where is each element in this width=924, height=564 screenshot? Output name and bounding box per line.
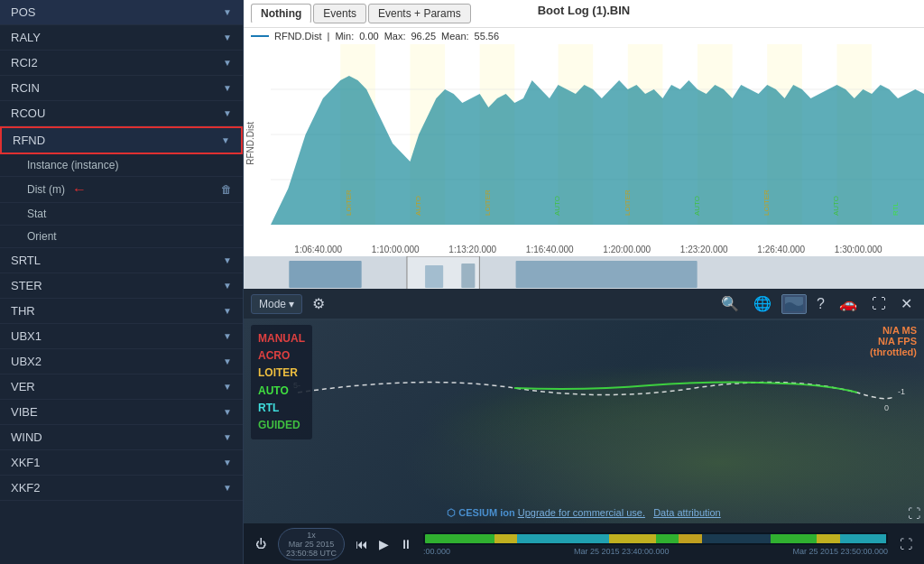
- rfnd-subitem-dist[interactable]: Dist (m) ← 🗑: [0, 177, 243, 203]
- svg-text:0: 0: [884, 403, 889, 412]
- map-background[interactable]: 5- -1 0: [244, 320, 924, 523]
- timeline-fullscreen-btn[interactable]: ⛶: [895, 534, 917, 554]
- sidebar-item-rci2[interactable]: RCI2 ▼: [0, 51, 243, 76]
- sidebar-item-raly[interactable]: RALY ▼: [0, 25, 243, 51]
- rfnd-subitem-orient[interactable]: Orient: [0, 226, 243, 248]
- svg-rect-28: [407, 256, 479, 289]
- map-thumbnail-btn[interactable]: [781, 294, 807, 314]
- chevron-down-icon: ▼: [223, 7, 232, 17]
- chevron-down-icon: ▼: [223, 58, 232, 68]
- chevron-down-icon: ▼: [223, 255, 232, 265]
- tab-group: Nothing Events Events + Params: [251, 4, 471, 23]
- tab-events-params[interactable]: Events + Params: [368, 4, 471, 23]
- help-btn[interactable]: ?: [812, 293, 829, 315]
- mode-rtl-label: RTL: [258, 400, 305, 417]
- sidebar-item-ubx1[interactable]: UBX1 ▼: [0, 324, 243, 349]
- svg-text:AUTO: AUTO: [693, 196, 701, 216]
- map-toolbar: Mode ▾ ⚙ 🔍 🌐 ? 🚗 ⛶ ✕: [244, 289, 924, 319]
- chevron-down-icon: ▼: [223, 83, 232, 93]
- sidebar-item-rfnd[interactable]: RFND ▼: [0, 126, 243, 154]
- cesium-logo: ⬡ CESIUM ion: [447, 507, 514, 518]
- svg-text:LOITER: LOITER: [484, 190, 492, 216]
- map-ms-stat: N/A MS: [870, 325, 917, 336]
- chart-time-axis: 1:06:40.000 1:10:00.000 1:13:20.000 1:16…: [244, 243, 924, 256]
- map-stats: N/A MS N/A FPS (throttled): [870, 325, 917, 357]
- sidebar-item-pos[interactable]: POS ▼: [0, 0, 243, 25]
- arrow-left-icon: ←: [72, 181, 87, 198]
- chart-title: Boot Log (1).BIN: [538, 4, 631, 17]
- chevron-down-icon: ▼: [223, 108, 232, 118]
- svg-text:LOITER: LOITER: [345, 190, 353, 216]
- legend-min-label: Min:: [335, 31, 354, 42]
- svg-text:RTL: RTL: [892, 201, 900, 216]
- mode-guided-label: GUIDED: [258, 417, 305, 434]
- chart-area: Boot Log (1).BIN Nothing Events Events +…: [244, 0, 924, 289]
- sidebar-item-ster[interactable]: STER ▼: [0, 273, 243, 299]
- chevron-down-icon: ▼: [223, 432, 232, 442]
- chevron-down-icon: ▼: [223, 407, 232, 417]
- mode-manual-label: MANUAL: [258, 330, 305, 347]
- play-btn[interactable]: ▶: [375, 535, 393, 553]
- sidebar-item-thr[interactable]: THR ▼: [0, 299, 243, 324]
- sidebar-item-xkf1[interactable]: XKF1 ▼: [0, 450, 243, 476]
- overview-svg: [244, 256, 924, 289]
- rfnd-subitem-instance[interactable]: Instance (instance): [0, 154, 243, 177]
- svg-rect-30: [244, 320, 924, 523]
- chart-overview[interactable]: [244, 256, 924, 289]
- timeline-bar[interactable]: [423, 532, 888, 545]
- rewind-btn[interactable]: ⏮: [352, 535, 372, 553]
- sidebar-item-vibe[interactable]: VIBE ▼: [0, 400, 243, 425]
- mode-chevron-icon: ▾: [289, 298, 294, 310]
- rfnd-subitem-stat[interactable]: Stat: [0, 203, 243, 226]
- chevron-down-icon: ▼: [223, 483, 232, 493]
- power-btn[interactable]: ⏻: [251, 535, 271, 553]
- mode-dropdown-btn[interactable]: Mode ▾: [251, 294, 302, 314]
- timeline-container: :00.000 Mar 25 2015 23:40:00.000 Mar 25 …: [423, 532, 888, 556]
- mode-loiter-label: LOITER: [258, 365, 305, 382]
- svg-text:-1: -1: [898, 387, 905, 396]
- map-area: Mode ▾ ⚙ 🔍 🌐 ? 🚗 ⛶ ✕: [244, 289, 924, 564]
- tab-nothing[interactable]: Nothing: [251, 4, 311, 23]
- gear-btn[interactable]: ⚙: [308, 292, 329, 315]
- right-panel: Boot Log (1).BIN Nothing Events Events +…: [244, 0, 924, 564]
- sidebar-item-xkf2[interactable]: XKF2 ▼: [0, 476, 243, 501]
- pause-btn[interactable]: ⏸: [396, 535, 416, 553]
- legend-mean-label: Mean:: [441, 31, 469, 42]
- timeline-labels: :00.000 Mar 25 2015 23:40:00.000 Mar 25 …: [423, 547, 888, 556]
- chevron-down-icon: ▼: [223, 458, 232, 467]
- sidebar-item-ubx2[interactable]: UBX2 ▼: [0, 349, 243, 374]
- svg-text:AUTO: AUTO: [414, 196, 422, 216]
- play-controls: ⏮ ▶ ⏸: [352, 535, 416, 553]
- chart-svg: 50 100 150 LOITER AUTO LOITER AUTO LOITE…: [271, 44, 924, 225]
- y-axis-label: RFND.Dist: [245, 122, 255, 165]
- chevron-down-icon: ▼: [223, 331, 232, 341]
- mode-acro-label: ACRO: [258, 347, 305, 365]
- map-mode-legend: MANUAL ACRO LOITER AUTO RTL GUIDED: [251, 325, 312, 439]
- legend-mean-value: 55.56: [475, 31, 500, 42]
- close-btn[interactable]: ✕: [896, 292, 917, 315]
- chart-main: RFND.Dist: [244, 44, 924, 243]
- chevron-down-icon: ▼: [221, 135, 230, 145]
- legend-max-value: 96.25: [411, 31, 436, 42]
- tab-events[interactable]: Events: [313, 4, 366, 23]
- search-btn[interactable]: 🔍: [716, 292, 744, 315]
- chevron-down-icon: ▼: [223, 356, 232, 366]
- chevron-down-icon: ▼: [223, 382, 232, 392]
- sidebar-item-srtl[interactable]: SRTL ▼: [0, 248, 243, 273]
- car-btn[interactable]: 🚗: [835, 292, 862, 315]
- expand-btn[interactable]: ⛶: [867, 293, 891, 315]
- cesium-upgrade-link[interactable]: Upgrade for commercial use.: [518, 507, 645, 518]
- chevron-down-icon: ▼: [223, 32, 232, 42]
- sidebar-item-ver[interactable]: VER ▼: [0, 374, 243, 400]
- fullscreen-map-btn[interactable]: ⛶: [908, 506, 920, 521]
- svg-text:LOITER: LOITER: [624, 190, 632, 216]
- chevron-down-icon: ▼: [223, 281, 232, 291]
- svg-rect-27: [516, 261, 698, 288]
- sidebar-item-rcin[interactable]: RCIN ▼: [0, 76, 243, 101]
- chevron-down-icon: ▼: [223, 306, 232, 316]
- globe-btn[interactable]: 🌐: [749, 292, 776, 315]
- cesium-attribution-link[interactable]: Data attribution: [653, 507, 721, 518]
- trash-icon[interactable]: 🗑: [221, 183, 232, 196]
- sidebar-item-wind[interactable]: WIND ▼: [0, 425, 243, 450]
- sidebar-item-rcou[interactable]: RCOU ▼: [0, 101, 243, 126]
